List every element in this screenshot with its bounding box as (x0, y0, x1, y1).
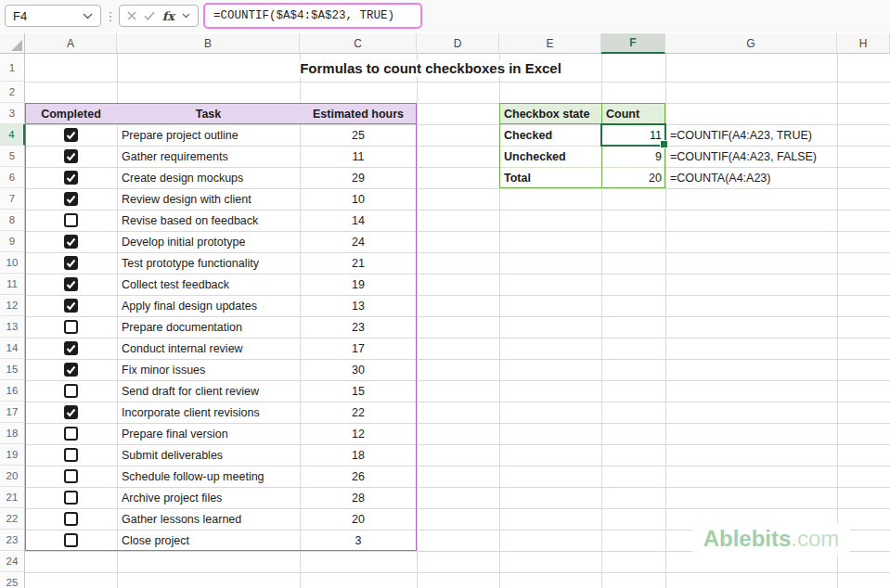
row-header-8[interactable]: 8 (0, 210, 25, 231)
task-cell[interactable]: Send draft for client review (117, 380, 300, 402)
row-header-23[interactable]: 23 (0, 530, 25, 551)
checkbox-checked[interactable] (64, 192, 78, 206)
count-table-header-count[interactable]: Count (601, 103, 665, 124)
row-header-24[interactable]: 24 (0, 551, 25, 572)
hours-cell[interactable]: 20 (300, 508, 417, 530)
insert-function-icon[interactable]: fx (162, 9, 174, 23)
task-cell[interactable]: Fix minor issues (117, 359, 300, 380)
task-cell[interactable]: Gather requirements (117, 146, 300, 167)
row-header-10[interactable]: 10 (0, 252, 25, 274)
row-header-22[interactable]: 22 (0, 508, 25, 530)
task-cell[interactable]: Incorporate client revisions (117, 402, 300, 423)
checkbox-checked[interactable] (64, 341, 78, 355)
task-cell[interactable]: Gather lessons learned (117, 508, 300, 530)
checkbox-checked[interactable] (64, 235, 78, 249)
chevron-down-icon[interactable] (83, 13, 93, 19)
hours-cell[interactable]: 3 (300, 530, 417, 551)
task-cell[interactable]: Schedule follow-up meeting (117, 466, 300, 487)
row-header-13[interactable]: 13 (0, 316, 25, 338)
hours-cell[interactable]: 22 (300, 402, 417, 423)
select-all-button[interactable] (0, 33, 25, 54)
checkbox-state-cell[interactable]: Unchecked (499, 146, 601, 167)
row-header-4[interactable]: 4 (0, 124, 25, 146)
formula-note-cell[interactable]: =COUNTIF(A4:A23, TRUE) (665, 124, 837, 146)
checkbox-unchecked[interactable] (64, 533, 78, 547)
task-cell[interactable]: Submit deliverables (117, 444, 300, 466)
column-header-d[interactable]: D (417, 33, 499, 54)
hours-cell[interactable]: 28 (300, 487, 417, 508)
checkbox-unchecked[interactable] (64, 512, 78, 526)
row-header-16[interactable]: 16 (0, 380, 25, 402)
task-cell[interactable]: Test prototype functionality (117, 252, 300, 274)
row-header-15[interactable]: 15 (0, 359, 25, 380)
hours-cell[interactable]: 29 (300, 167, 417, 188)
row-header-7[interactable]: 7 (0, 188, 25, 210)
task-cell[interactable]: Archive project files (117, 487, 300, 508)
row-header-14[interactable]: 14 (0, 338, 25, 359)
row-header-18[interactable]: 18 (0, 423, 25, 444)
task-cell[interactable]: Collect test feedback (117, 274, 300, 295)
checkbox-state-cell[interactable]: Checked (499, 124, 601, 146)
row-header-17[interactable]: 17 (0, 402, 25, 423)
task-cell[interactable]: Review design with client (117, 188, 300, 210)
hours-cell[interactable]: 18 (300, 444, 417, 466)
hours-cell[interactable]: 21 (300, 252, 417, 274)
row-header-9[interactable]: 9 (0, 231, 25, 252)
task-table-header-hours[interactable]: Estimated hours (300, 103, 417, 124)
row-header-12[interactable]: 12 (0, 295, 25, 316)
fill-handle[interactable] (660, 140, 668, 148)
formula-note-cell[interactable]: =COUNTA(A4:A23) (665, 167, 837, 188)
column-header-f[interactable]: F (601, 33, 665, 54)
count-table-header-state[interactable]: Checkbox state (499, 103, 601, 124)
checkbox-checked[interactable] (64, 171, 78, 185)
row-header-2[interactable]: 2 (0, 82, 25, 103)
checkbox-checked[interactable] (64, 405, 78, 419)
checkbox-checked[interactable] (64, 299, 78, 313)
checkbox-unchecked[interactable] (64, 448, 78, 462)
column-header-h[interactable]: H (837, 33, 890, 54)
hours-cell[interactable]: 12 (300, 423, 417, 444)
hours-cell[interactable]: 24 (300, 231, 417, 252)
column-header-a[interactable]: A (25, 33, 117, 54)
checkbox-unchecked[interactable] (64, 320, 78, 334)
task-cell[interactable]: Conduct internal review (117, 338, 300, 359)
checkbox-unchecked[interactable] (64, 384, 78, 398)
checkbox-unchecked[interactable] (64, 469, 78, 483)
row-header-25[interactable]: 25 (0, 572, 25, 588)
name-box[interactable]: F4 (5, 5, 101, 27)
hours-cell[interactable]: 13 (300, 295, 417, 316)
checkbox-state-cell[interactable]: Total (499, 167, 601, 188)
checkbox-unchecked[interactable] (64, 491, 78, 505)
enter-check-icon[interactable] (144, 11, 155, 20)
hours-cell[interactable]: 15 (300, 380, 417, 402)
hours-cell[interactable]: 11 (300, 146, 417, 167)
checkbox-checked[interactable] (64, 128, 78, 142)
row-header-20[interactable]: 20 (0, 466, 25, 487)
hours-cell[interactable]: 23 (300, 316, 417, 338)
task-table-header-completed[interactable]: Completed (25, 103, 117, 124)
hours-cell[interactable]: 30 (300, 359, 417, 380)
hours-cell[interactable]: 25 (300, 124, 417, 146)
row-header-19[interactable]: 19 (0, 444, 25, 466)
task-table-header-task[interactable]: Task (117, 103, 300, 124)
column-header-g[interactable]: G (665, 33, 837, 54)
row-header-21[interactable]: 21 (0, 487, 25, 508)
hours-cell[interactable]: 10 (300, 188, 417, 210)
column-header-c[interactable]: C (300, 33, 417, 54)
row-header-3[interactable]: 3 (0, 103, 25, 124)
hours-cell[interactable]: 14 (300, 210, 417, 231)
row-header-11[interactable]: 11 (0, 274, 25, 295)
task-cell[interactable]: Prepare documentation (117, 316, 300, 338)
cancel-icon[interactable] (127, 11, 136, 20)
formula-input[interactable]: =COUNTIF($A$4:$A$23, TRUE) (203, 3, 422, 29)
checkbox-unchecked[interactable] (64, 213, 78, 227)
column-header-e[interactable]: E (499, 33, 601, 54)
column-header-b[interactable]: B (117, 33, 300, 54)
count-cell[interactable]: 20 (601, 167, 665, 188)
checkbox-checked[interactable] (64, 149, 78, 163)
selected-cell-outline[interactable] (600, 123, 666, 147)
hours-cell[interactable]: 26 (300, 466, 417, 487)
task-cell[interactable]: Close project (117, 530, 300, 551)
task-cell[interactable]: Develop initial prototype (117, 231, 300, 252)
checkbox-unchecked[interactable] (64, 427, 78, 441)
